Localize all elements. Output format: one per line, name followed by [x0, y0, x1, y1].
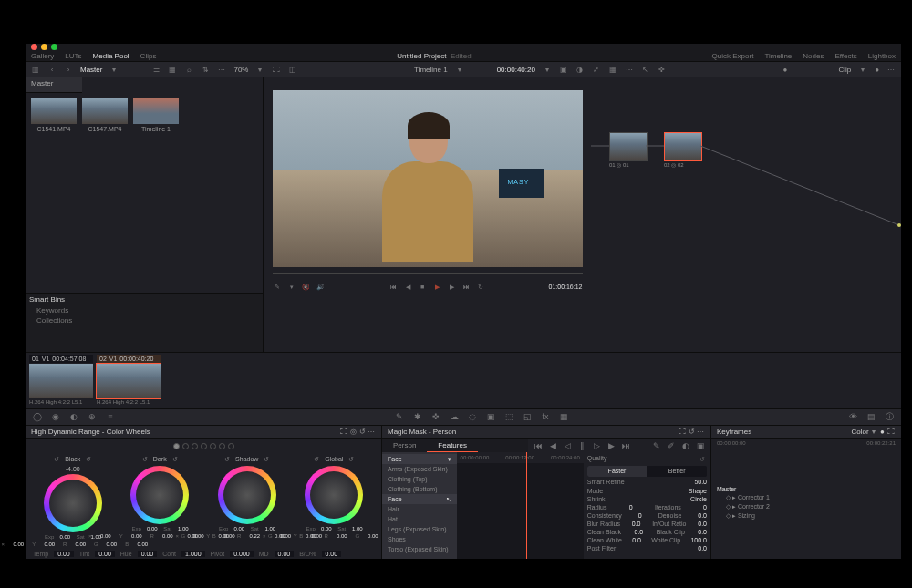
tint-value[interactable]: 0.00 [95, 551, 115, 557]
zoom-icon[interactable]: ⊕ [88, 412, 97, 421]
reset-icon[interactable]: ↺ [698, 455, 707, 464]
reset-icon[interactable]: ↺ [358, 428, 367, 437]
more-icon[interactable]: ⋯ [886, 65, 896, 74]
dropdown-icon[interactable]: ▾ [109, 65, 119, 74]
timeline-thumb[interactable]: Timeline 1 [133, 98, 179, 132]
smartbin-keywords[interactable]: Keywords [29, 305, 259, 315]
more-icon[interactable]: ⋯ [696, 428, 705, 437]
timeline-name[interactable]: Timeline 1 [414, 66, 448, 74]
playhead[interactable] [526, 452, 527, 559]
highlight-icon[interactable]: ◑ [575, 65, 585, 74]
prop-value[interactable]: 100.0 [690, 537, 707, 543]
search-icon[interactable]: ⌕ [184, 65, 193, 74]
stroke-sub-icon[interactable]: ✐ [667, 441, 676, 450]
step-back-icon[interactable]: ◁ [563, 441, 572, 450]
split-icon[interactable]: ◫ [288, 65, 297, 74]
nav-timeline[interactable]: Timeline [764, 52, 792, 60]
reset-icon[interactable]: ↺ [312, 455, 321, 464]
quality-better[interactable]: Better [647, 466, 707, 477]
exp-value[interactable]: 0.00 [233, 526, 245, 531]
scrubber[interactable] [273, 271, 583, 276]
md-value[interactable]: 0.00 [275, 551, 295, 557]
prop-value[interactable]: 0.0 [698, 512, 707, 519]
target-icon[interactable]: ◎ [348, 428, 358, 437]
hue-value[interactable]: 0.00 [138, 551, 158, 557]
exp-value[interactable]: 0.00 [146, 526, 159, 531]
magic-mask-icon[interactable]: ☁ [450, 412, 459, 421]
close-button[interactable] [31, 44, 37, 50]
minimize-button[interactable] [41, 44, 47, 50]
picker-icon[interactable]: ✜ [658, 65, 667, 74]
play-icon[interactable]: ▶ [432, 283, 441, 292]
key-icon[interactable]: ▣ [486, 412, 495, 421]
wheel-control[interactable] [218, 466, 276, 524]
nav-effects[interactable]: Effects [834, 52, 856, 60]
prop-value[interactable]: 0 [629, 504, 633, 511]
reset-icon[interactable]: ↺ [52, 455, 61, 464]
pointer-icon[interactable]: ↖ [641, 65, 650, 74]
invert-icon[interactable]: ◐ [681, 441, 690, 450]
first-icon[interactable]: ⏮ [534, 441, 543, 450]
feature-option[interactable]: Clothing (Bottom) [382, 484, 457, 494]
expand-icon[interactable]: ⛶ [886, 428, 896, 437]
overlay-icon[interactable]: ▣ [696, 441, 705, 450]
info-icon[interactable]: ⓘ [885, 412, 894, 421]
bo-value[interactable]: 0.00 [322, 551, 342, 557]
pool-tab-master[interactable]: Master [26, 77, 82, 93]
smartrefine-value[interactable]: 50.0 [694, 479, 707, 485]
sort-icon[interactable]: ⇅ [201, 65, 210, 74]
more-icon[interactable]: ⋯ [625, 65, 634, 74]
curves-icon[interactable]: ◯ [33, 412, 42, 421]
prev-icon[interactable]: ◀ [548, 441, 557, 450]
prop-value[interactable]: 0.0 [698, 521, 707, 527]
timecode-display[interactable]: 00:00:40:20 [497, 66, 535, 74]
quality-faster[interactable]: Faster [587, 466, 648, 477]
feature-option[interactable]: Shoes [382, 534, 457, 544]
expand-icon[interactable]: ⤢ [592, 65, 601, 74]
primaries-icon[interactable]: ◉ [51, 412, 60, 421]
sizing-icon[interactable]: ⬚ [504, 412, 513, 421]
first-frame-icon[interactable]: ⏮ [389, 283, 398, 292]
nav-nodes[interactable]: Nodes [803, 52, 824, 60]
clip-thumb[interactable]: C1547.MP4 [82, 98, 128, 132]
reset-icon[interactable]: ↺ [347, 455, 356, 464]
stroke-add-icon[interactable]: ✎ [652, 441, 661, 450]
grid-icon[interactable]: ▦ [608, 65, 617, 74]
volume-icon[interactable]: 🔊 [316, 283, 326, 292]
more-icon[interactable]: ⋯ [217, 65, 226, 74]
feature-option[interactable]: Torso (Exposed Skin) [382, 544, 457, 554]
exp-value[interactable]: 0.00 [320, 526, 333, 531]
chevron-down-icon[interactable]: ▾ [455, 65, 464, 74]
eye-icon[interactable]: 👁 [848, 412, 857, 421]
chevron-down-icon[interactable]: ▾ [255, 65, 264, 74]
rgb-icon[interactable]: ≡ [106, 412, 115, 421]
feature-option[interactable]: Arms (Exposed Skin) [382, 464, 457, 474]
kf-track[interactable]: ◇ ▸ Corrector 1 [717, 493, 781, 502]
chevron-down-icon[interactable]: ▾ [543, 65, 552, 74]
next-frame-icon[interactable]: ▶ [447, 283, 456, 292]
eyedropper-icon[interactable]: ✎ [273, 283, 282, 292]
sat-value[interactable]: 1.00 [264, 526, 276, 531]
zone-dots[interactable] [26, 439, 381, 453]
window-icon[interactable]: ✱ [413, 412, 422, 421]
chevron-left-icon[interactable]: ‹ [47, 65, 57, 74]
prop-value[interactable]: 0.0 [698, 529, 707, 535]
kf-track[interactable]: ◇ ▸ Sizing [717, 511, 781, 521]
3d-icon[interactable]: ◱ [523, 412, 532, 421]
nav-clips[interactable]: Clips [140, 52, 157, 60]
wheel-control[interactable] [130, 466, 189, 524]
sat-value[interactable]: 1.00 [351, 526, 364, 531]
feature-selected[interactable]: Face▾ [382, 454, 457, 464]
last-icon[interactable]: ⏭ [621, 441, 630, 450]
prop-value[interactable]: 0.0 [632, 521, 641, 527]
prev-frame-icon[interactable]: ◀ [403, 283, 412, 292]
fit-icon[interactable]: ⛶ [272, 65, 281, 74]
image-wipe-icon[interactable]: ▣ [559, 65, 568, 74]
nav-gallery[interactable]: Gallery [31, 52, 54, 60]
grid-view-icon[interactable]: ▦ [168, 65, 177, 74]
feature-option[interactable]: Hat [382, 514, 457, 524]
temp-value[interactable]: 0.00 [54, 551, 74, 557]
color-wheel-global[interactable]: ↺Global↺ Exp0.00Sat1.00 ×0.00Y0.00R0.00G… [295, 455, 373, 547]
feature-option[interactable]: Hair [382, 504, 457, 514]
kf-master[interactable]: Master [717, 485, 781, 493]
